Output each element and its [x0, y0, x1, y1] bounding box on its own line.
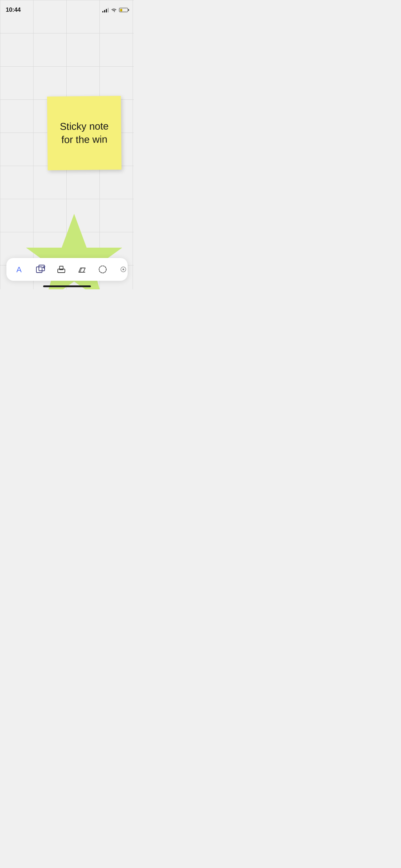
- dot-tool-button[interactable]: [117, 263, 130, 276]
- battery-icon: [119, 8, 128, 12]
- svg-text:A: A: [16, 265, 22, 274]
- status-time: 10:44: [6, 6, 21, 14]
- signal-icon: [102, 7, 109, 12]
- wifi-icon: [111, 8, 117, 12]
- sticky-note[interactable]: Sticky note for the win: [47, 96, 122, 170]
- toolbar-inner: A: [6, 258, 128, 281]
- svg-point-12: [122, 269, 124, 270]
- svg-rect-3: [36, 267, 42, 273]
- status-icons: [102, 7, 128, 12]
- svg-point-10: [99, 266, 106, 273]
- stamp-tool-button[interactable]: [55, 263, 68, 276]
- select-tool-button[interactable]: [34, 263, 47, 276]
- toolbar: A: [0, 258, 134, 281]
- home-indicator: [43, 285, 91, 287]
- text-tool-button[interactable]: A: [14, 263, 26, 276]
- sticky-note-text: Sticky note for the win: [53, 120, 116, 146]
- status-bar: 10:44: [0, 0, 134, 16]
- lasso-tool-button[interactable]: [96, 263, 109, 276]
- eraser-tool-button[interactable]: [76, 263, 88, 276]
